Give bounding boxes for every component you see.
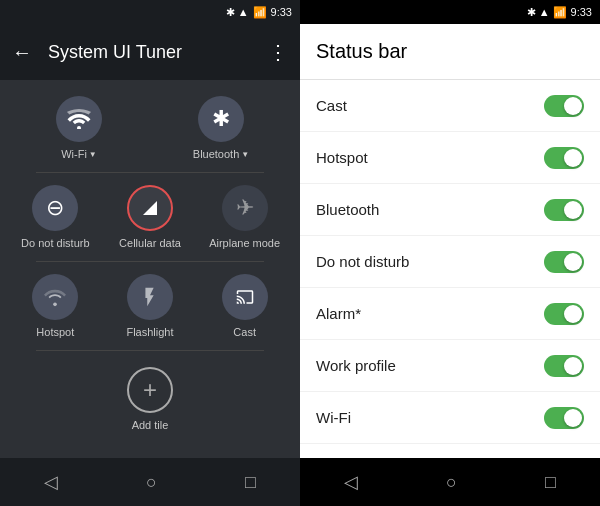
settings-item-label-alarm: Alarm* [316,305,361,322]
right-home-nav-button[interactable]: ○ [446,472,457,493]
cellular-tile-icon [127,185,173,231]
right-page-title: Status bar [316,40,407,63]
settings-item-label-cast: Cast [316,97,347,114]
settings-item-ethernet[interactable]: Ethernet [300,444,600,458]
settings-item-cast[interactable]: Cast [300,80,600,132]
home-nav-button[interactable]: ○ [146,472,157,493]
right-nav-bar: ◁ ○ □ [300,458,600,506]
settings-toggle-wifi[interactable] [544,407,584,429]
right-status-bar: ✱ ▲ 📶 9:33 [300,0,600,24]
tiles-row-1: Wi-Fi ▼ ✱ Bluetooth ▼ [8,96,292,160]
settings-toggle-alarm[interactable] [544,303,584,325]
settings-toggle-cast[interactable] [544,95,584,117]
right-status-time: 9:33 [571,6,592,18]
settings-item-hotspot[interactable]: Hotspot [300,132,600,184]
left-status-icons: ✱ ▲ [226,6,249,19]
hotspot-tile[interactable]: Hotspot [15,274,95,338]
recents-nav-button[interactable]: □ [245,472,256,493]
bluetooth-tile[interactable]: ✱ Bluetooth ▼ [181,96,261,160]
settings-item-label-work_profile: Work profile [316,357,396,374]
dnd-tile[interactable]: ⊖ Do not disturb [15,185,95,249]
left-status-bar: ✱ ▲ 📶 9:33 [0,0,300,24]
settings-list: CastHotspotBluetoothDo not disturbAlarm*… [300,80,600,458]
left-header: ← System UI Tuner ⋮ [0,24,300,80]
settings-item-label-do_not_disturb: Do not disturb [316,253,409,270]
wifi-tile-label: Wi-Fi ▼ [61,148,97,160]
airplane-tile-label: Airplane mode [209,237,280,249]
settings-item-do_not_disturb[interactable]: Do not disturb [300,236,600,288]
cast-tile[interactable]: Cast [205,274,285,338]
settings-item-wifi[interactable]: Wi-Fi [300,392,600,444]
tiles-divider-1 [36,172,263,173]
settings-item-label-wifi: Wi-Fi [316,409,351,426]
cellular-tile-label: Cellular data [119,237,181,249]
airplane-tile[interactable]: ✈ Airplane mode [205,185,285,249]
bluetooth-tile-icon: ✱ [198,96,244,142]
settings-item-bluetooth[interactable]: Bluetooth [300,184,600,236]
wifi-tile-icon [56,96,102,142]
cellular-tile[interactable]: Cellular data [110,185,190,249]
svg-point-2 [53,303,57,307]
settings-toggle-bluetooth[interactable] [544,199,584,221]
svg-point-0 [77,126,81,129]
airplane-tile-icon: ✈ [222,185,268,231]
left-nav-bar: ◁ ○ □ [0,458,300,506]
svg-marker-1 [143,201,157,215]
tiles-row-2: ⊖ Do not disturb Cellular data [8,185,292,249]
add-tile-icon: + [127,367,173,413]
left-status-time: 9:33 [271,6,292,18]
flashlight-tile-icon [127,274,173,320]
settings-item-alarm[interactable]: Alarm* [300,288,600,340]
settings-item-label-hotspot: Hotspot [316,149,368,166]
add-tile-button[interactable]: + Add tile [8,367,292,431]
cast-tile-icon [222,274,268,320]
settings-toggle-do_not_disturb[interactable] [544,251,584,273]
tiles-divider-2 [36,261,263,262]
left-panel: ✱ ▲ 📶 9:33 ← System UI Tuner ⋮ [0,0,300,506]
right-status-icons: ✱ ▲ 📶 [527,6,567,19]
page-title: System UI Tuner [48,42,252,63]
right-recents-nav-button[interactable]: □ [545,472,556,493]
cast-tile-label: Cast [233,326,256,338]
more-options-button[interactable]: ⋮ [268,40,288,64]
settings-item-work_profile[interactable]: Work profile [300,340,600,392]
settings-item-label-bluetooth: Bluetooth [316,201,379,218]
right-back-nav-button[interactable]: ◁ [344,471,358,493]
quick-tiles-container: Wi-Fi ▼ ✱ Bluetooth ▼ ⊖ [0,80,300,458]
settings-toggle-work_profile[interactable] [544,355,584,377]
back-button[interactable]: ← [12,41,32,64]
hotspot-tile-label: Hotspot [36,326,74,338]
tiles-divider-3 [36,350,263,351]
tiles-row-3: Hotspot Flashlight [8,274,292,338]
back-nav-button[interactable]: ◁ [44,471,58,493]
bluetooth-tile-label: Bluetooth ▼ [193,148,249,160]
settings-toggle-hotspot[interactable] [544,147,584,169]
flashlight-tile[interactable]: Flashlight [110,274,190,338]
dnd-tile-icon: ⊖ [32,185,78,231]
flashlight-tile-label: Flashlight [126,326,173,338]
add-tile-label: Add tile [132,419,169,431]
dnd-tile-label: Do not disturb [21,237,89,249]
right-header: Status bar [300,24,600,80]
hotspot-tile-icon [32,274,78,320]
right-panel: ✱ ▲ 📶 9:33 Status bar CastHotspotBluetoo… [300,0,600,506]
wifi-tile[interactable]: Wi-Fi ▼ [39,96,119,160]
left-status-signal: 📶 [253,6,267,19]
